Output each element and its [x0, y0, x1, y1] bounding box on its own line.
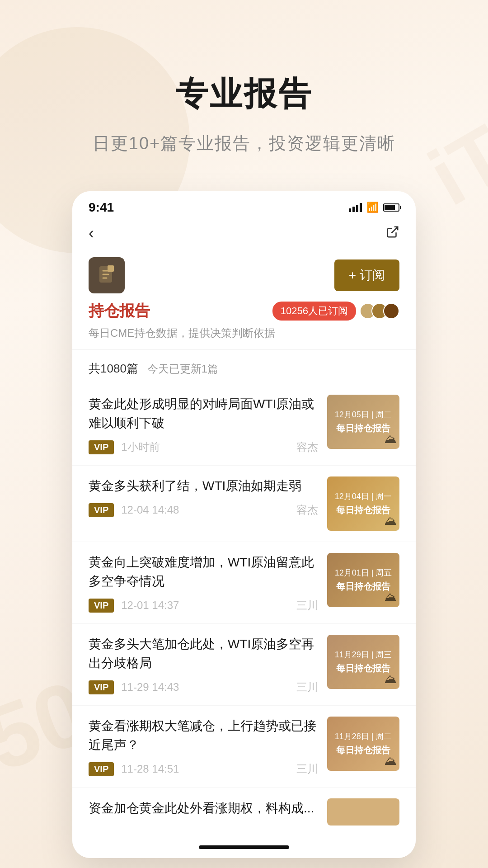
chart-icon-1: ⛰	[384, 431, 397, 446]
thumb-date-4: 11月29日 | 周三	[335, 649, 392, 660]
article-item[interactable]: 黄金多头大笔加仓此处，WTI原油多空再出分歧格局 VIP 11-29 14:43…	[72, 624, 416, 706]
subscriber-count: 10256人已订阅	[281, 304, 348, 318]
chart-icon-5: ⛰	[384, 753, 397, 768]
article-meta-3: VIP 12-01 14:37 三川	[89, 598, 318, 613]
thumb-title-5: 每日持仓报告	[336, 744, 390, 756]
article-meta-2: VIP 12-04 14:48 容杰	[89, 503, 318, 517]
article-item[interactable]: 黄金向上突破难度增加，WTI原油留意此多空争夺情况 VIP 12-01 14:3…	[72, 542, 416, 624]
wifi-icon: 📶	[366, 202, 379, 213]
article-time-3: 12-01 14:37	[121, 599, 179, 612]
chart-icon-4: ⛰	[384, 671, 397, 686]
vip-badge-1: VIP	[89, 440, 114, 454]
article-content-3: 黄金向上突破难度增加，WTI原油留意此多空争夺情况 VIP 12-01 14:3…	[89, 553, 318, 613]
article-author-1: 容杰	[296, 440, 318, 454]
channel-description: 每日CME持仓数据，提供决策判断依据	[89, 326, 399, 340]
article-title-2: 黄金多头获利了结，WTI原油如期走弱	[89, 476, 318, 495]
article-author-3: 三川	[296, 598, 318, 613]
article-thumb-3: 12月01日 | 周五 每日持仓报告 ⛰	[327, 553, 399, 607]
nav-bar: ‹	[72, 219, 416, 250]
article-count: 共1080篇	[89, 361, 138, 377]
subscriber-badge: 10256人已订阅	[272, 302, 356, 321]
avatar-stack	[360, 303, 399, 319]
share-button[interactable]	[386, 225, 399, 242]
chart-icon-2: ⛰	[384, 513, 397, 528]
article-content-partial: 资金加仓黄金此处外看涨期权，料构成...	[89, 799, 318, 825]
signal-icon	[349, 203, 362, 212]
thumb-date-3: 12月01日 | 周五	[335, 567, 392, 578]
article-author-5: 三川	[296, 762, 318, 776]
article-list-header: 共1080篇 今天已更新1篇	[72, 350, 416, 384]
article-author-4: 三川	[296, 680, 318, 694]
update-hint: 今天已更新1篇	[147, 362, 218, 376]
vip-badge-5: VIP	[89, 762, 114, 776]
subscribe-button[interactable]: + 订阅	[334, 259, 399, 291]
thumb-date-1: 12月05日 | 周二	[335, 409, 392, 420]
article-title-3: 黄金向上突破难度增加，WTI原油留意此多空争夺情况	[89, 553, 318, 591]
article-time-5: 11-28 14:51	[121, 763, 179, 775]
article-thumb-2: 12月04日 | 周一 每日持仓报告 ⛰	[327, 476, 399, 531]
thumb-date-5: 11月28日 | 周二	[335, 731, 392, 742]
article-meta-5: VIP 11-28 14:51 三川	[89, 762, 318, 776]
article-meta-1: VIP 1小时前 容杰	[89, 440, 318, 454]
thumb-date-2: 12月04日 | 周一	[335, 491, 392, 502]
vip-badge-3: VIP	[89, 599, 114, 613]
article-thumb-5: 11月28日 | 周二 每日持仓报告 ⛰	[327, 717, 399, 771]
channel-name-row: 持仓报告 10256人已订阅	[89, 301, 399, 321]
thumb-title-1: 每日持仓报告	[336, 422, 390, 434]
thumb-title-3: 每日持仓报告	[336, 580, 390, 593]
article-author-2: 容杰	[296, 503, 318, 517]
bottom-indicator-area	[72, 836, 416, 858]
article-time-2: 12-04 14:48	[121, 504, 179, 516]
article-content-1: 黄金此处形成明显的对峙局面WTI原油或难以顺利下破 VIP 1小时前 容杰	[89, 395, 318, 454]
article-thumb-4: 11月29日 | 周三 每日持仓报告 ⛰	[327, 635, 399, 689]
phone-mockup: 9:41 📶 ‹	[72, 191, 416, 858]
page-subtitle: 日更10+篇专业报告，投资逻辑更清晰	[93, 132, 395, 155]
svg-line-0	[392, 226, 398, 233]
thumb-title-2: 每日持仓报告	[336, 504, 390, 516]
svg-rect-2	[108, 265, 114, 272]
vip-badge-2: VIP	[89, 503, 114, 517]
article-content-2: 黄金多头获利了结，WTI原油如期走弱 VIP 12-04 14:48 容杰	[89, 476, 318, 531]
status-time: 9:41	[89, 200, 114, 215]
channel-top: + 订阅	[89, 257, 399, 293]
article-thumb-partial	[327, 798, 399, 826]
channel-header: + 订阅 持仓报告 10256人已订阅 每日CME持仓数据，提供决策判断依据	[72, 250, 416, 350]
article-item[interactable]: 黄金多头获利了结，WTI原油如期走弱 VIP 12-04 14:48 容杰 12…	[72, 466, 416, 542]
avatar-3	[383, 303, 399, 319]
article-thumb-1: 12月05日 | 周二 每日持仓报告 ⛰	[327, 395, 399, 449]
article-content-4: 黄金多头大笔加仓此处，WTI原油多空再出分歧格局 VIP 11-29 14:43…	[89, 635, 318, 694]
back-button[interactable]: ‹	[89, 224, 94, 243]
article-content-5: 黄金看涨期权大笔减仓，上行趋势或已接近尾声？ VIP 11-28 14:51 三…	[89, 717, 318, 776]
home-indicator	[199, 845, 289, 849]
chart-icon-3: ⛰	[384, 590, 397, 604]
vip-badge-4: VIP	[89, 680, 114, 694]
article-title-1: 黄金此处形成明显的对峙局面WTI原油或难以顺利下破	[89, 395, 318, 433]
page-main-title: 专业报告	[175, 72, 313, 116]
article-item[interactable]: 黄金看涨期权大笔减仓，上行趋势或已接近尾声？ VIP 11-28 14:51 三…	[72, 706, 416, 788]
article-time-1: 1小时前	[121, 440, 160, 454]
article-title-partial: 资金加仓黄金此处外看涨期权，料构成...	[89, 799, 318, 818]
article-title-5: 黄金看涨期权大笔减仓，上行趋势或已接近尾声？	[89, 717, 318, 755]
article-time-4: 11-29 14:43	[121, 681, 179, 693]
thumb-title-4: 每日持仓报告	[336, 662, 390, 675]
battery-icon	[383, 203, 399, 212]
status-bar: 9:41 📶	[72, 191, 416, 219]
article-title-4: 黄金多头大笔加仓此处，WTI原油多空再出分歧格局	[89, 635, 318, 673]
channel-name: 持仓报告	[89, 301, 150, 321]
article-meta-4: VIP 11-29 14:43 三川	[89, 680, 318, 694]
article-item-partial[interactable]: 资金加仓黄金此处外看涨期权，料构成...	[72, 788, 416, 836]
article-item[interactable]: 黄金此处形成明显的对峙局面WTI原油或难以顺利下破 VIP 1小时前 容杰 12…	[72, 384, 416, 466]
channel-icon	[89, 257, 125, 293]
status-icons: 📶	[349, 202, 399, 213]
